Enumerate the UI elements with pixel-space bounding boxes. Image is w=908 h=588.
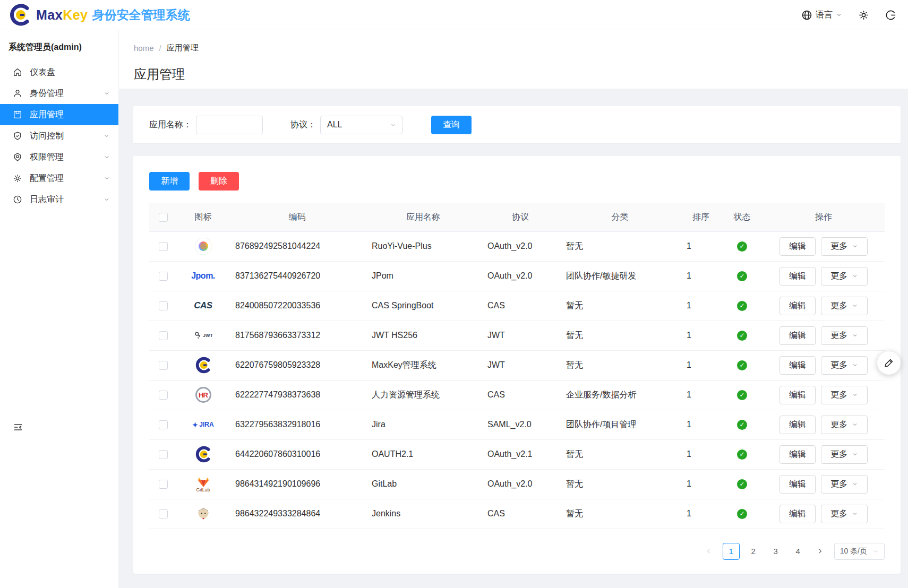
status-enabled-icon: ✓ xyxy=(737,271,747,281)
page-button-3[interactable]: 3 xyxy=(767,543,784,560)
row-checkbox[interactable] xyxy=(159,450,168,459)
logout-button[interactable] xyxy=(885,10,896,21)
edit-button[interactable]: 编辑 xyxy=(779,416,816,434)
add-button[interactable]: 新增 xyxy=(149,172,190,191)
breadcrumb-current: 应用管理 xyxy=(167,43,199,53)
page-button-1[interactable]: 1 xyxy=(723,543,740,560)
prev-page-button[interactable] xyxy=(700,543,717,560)
app-code: 876892492581044224 xyxy=(229,231,365,261)
maxkey-logo-icon xyxy=(8,3,32,27)
chevron-down-icon xyxy=(104,90,110,97)
row-checkbox[interactable] xyxy=(159,272,168,281)
app-protocol: CAS xyxy=(481,380,560,410)
row-checkbox[interactable] xyxy=(159,480,168,489)
table-row: 876892492581044224RuoYi-Vue-PlusOAuth_v2… xyxy=(149,231,885,261)
app-protocol: CAS xyxy=(481,291,560,321)
page-size-select[interactable]: 10 条/页 xyxy=(834,543,885,560)
row-checkbox[interactable] xyxy=(159,509,168,518)
table-row: 644220607860310016OAUTH2.1OAuth_v2.1暂无1✓… xyxy=(149,439,885,469)
app-category: 暂无 xyxy=(560,321,680,350)
app-name: RuoYi-Vue-Plus xyxy=(365,231,481,261)
sidebar: 系统管理员(admin) 仪表盘身份管理应用管理访问控制权限管理配置管理日志审计 xyxy=(0,30,119,588)
table-row: 622076759805923328MaxKey管理系统JWT暂无1✓编辑更多 xyxy=(149,350,885,380)
floating-tool-button[interactable] xyxy=(877,351,901,375)
sidebar-item-dashboard[interactable]: 仪表盘 xyxy=(0,62,118,83)
status-enabled-icon: ✓ xyxy=(737,331,747,341)
more-button[interactable]: 更多 xyxy=(821,356,868,375)
brand[interactable]: MaxKey 身份安全管理系统 xyxy=(8,3,190,27)
edit-button[interactable]: 编辑 xyxy=(779,297,816,315)
row-checkbox[interactable] xyxy=(159,242,168,251)
app-category: 暂无 xyxy=(560,469,680,499)
chevron-down-icon xyxy=(390,122,397,128)
select-all-checkbox[interactable] xyxy=(159,213,168,222)
app-table: 图标 编码 应用名称 协议 分类 排序 状态 操作 87689249258104… xyxy=(149,203,885,529)
more-button[interactable]: 更多 xyxy=(821,386,868,404)
status-enabled-icon: ✓ xyxy=(737,449,747,460)
sidebar-item-config[interactable]: 配置管理 xyxy=(0,168,118,189)
sidebar-item-apps[interactable]: 应用管理 xyxy=(0,104,118,125)
language-switcher[interactable]: 语言 xyxy=(801,10,842,21)
app-protocol: JWT xyxy=(481,350,560,380)
sidebar-item-access[interactable]: 访问控制 xyxy=(0,125,118,146)
breadcrumb-home-link[interactable]: home xyxy=(134,44,154,53)
more-button[interactable]: 更多 xyxy=(821,445,868,464)
app-name: Jenkins xyxy=(365,499,481,529)
edit-button[interactable]: 编辑 xyxy=(779,386,816,404)
more-button[interactable]: 更多 xyxy=(821,416,868,434)
app-code: 622227747938373638 xyxy=(229,380,365,410)
current-user-label: 系统管理员(admin) xyxy=(0,30,118,62)
settings-button[interactable] xyxy=(858,10,869,21)
app-category: 暂无 xyxy=(560,231,680,261)
search-button[interactable]: 查询 xyxy=(431,116,472,134)
row-checkbox[interactable] xyxy=(159,301,168,310)
edit-button[interactable]: 编辑 xyxy=(779,505,816,523)
app-name: Jira xyxy=(365,410,481,439)
app-name-input[interactable] xyxy=(196,116,263,134)
app-code: 824008507220033536 xyxy=(229,291,365,321)
row-checkbox[interactable] xyxy=(159,331,168,340)
more-button[interactable]: 更多 xyxy=(821,326,868,345)
sidebar-item-label: 仪表盘 xyxy=(30,67,55,78)
page-header: home / 应用管理 应用管理 xyxy=(119,30,908,89)
app-category: 团队协作/项目管理 xyxy=(560,410,680,439)
app-protocol: OAuth_v2.0 xyxy=(481,261,560,291)
menu-fold-icon xyxy=(13,422,23,433)
edit-button[interactable]: 编辑 xyxy=(779,445,816,464)
col-header-code: 编码 xyxy=(229,203,365,231)
more-button[interactable]: 更多 xyxy=(821,297,868,315)
table-row: Jpom.837136275440926720JPomOAuth_v2.0团队协… xyxy=(149,261,885,291)
edit-button[interactable]: 编辑 xyxy=(779,267,816,286)
language-label: 语言 xyxy=(816,10,833,21)
table-row: JWT817568793663373312JWT HS256JWT暂无1✓编辑更… xyxy=(149,321,885,350)
page-button-2[interactable]: 2 xyxy=(745,543,762,560)
delete-button[interactable]: 删除 xyxy=(199,172,239,191)
table-header-row: 图标 编码 应用名称 协议 分类 排序 状态 操作 xyxy=(149,203,885,231)
more-button[interactable]: 更多 xyxy=(821,237,868,256)
row-checkbox[interactable] xyxy=(159,420,168,429)
sidebar-item-label: 权限管理 xyxy=(30,152,64,163)
row-checkbox[interactable] xyxy=(159,391,168,400)
sidebar-item-permission[interactable]: 权限管理 xyxy=(0,146,118,168)
app-name: GitLab xyxy=(365,469,481,499)
more-button[interactable]: 更多 xyxy=(821,475,868,494)
page-button-4[interactable]: 4 xyxy=(790,543,807,560)
user-icon xyxy=(13,89,22,98)
next-page-button[interactable] xyxy=(812,543,829,560)
more-button[interactable]: 更多 xyxy=(821,267,868,286)
edit-button[interactable]: 编辑 xyxy=(779,356,816,375)
protocol-select[interactable]: ALL xyxy=(320,116,402,134)
edit-button[interactable]: 编辑 xyxy=(779,326,816,345)
more-button[interactable]: 更多 xyxy=(821,505,868,523)
sidebar-collapse-button[interactable] xyxy=(13,422,23,433)
edit-button[interactable]: 编辑 xyxy=(779,237,816,256)
edit-button[interactable]: 编辑 xyxy=(779,475,816,494)
chevron-down-icon xyxy=(104,196,110,203)
app-code: 837136275440926720 xyxy=(229,261,365,291)
logout-icon xyxy=(885,10,896,21)
app-name: OAUTH2.1 xyxy=(365,439,481,469)
sidebar-item-audit[interactable]: 日志审计 xyxy=(0,189,118,210)
row-checkbox[interactable] xyxy=(159,361,168,370)
app-protocol: OAuth_v2.0 xyxy=(481,469,560,499)
sidebar-item-identity[interactable]: 身份管理 xyxy=(0,83,118,104)
